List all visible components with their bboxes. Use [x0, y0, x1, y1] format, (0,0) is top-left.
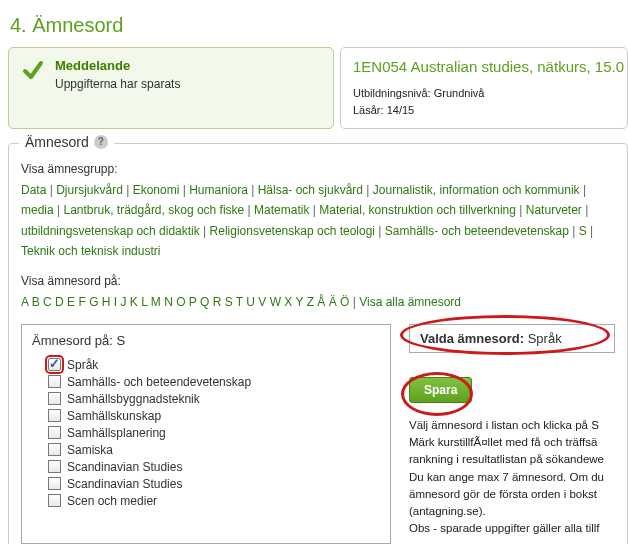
- instr-line: Välj ämnesord i listan och klicka på S: [409, 417, 615, 434]
- message-box: Meddelande Uppgifterna har sparats: [8, 47, 334, 129]
- separator: |: [587, 224, 593, 238]
- instr-line: rankning i resultatlistan på sökandewe: [409, 451, 615, 468]
- alpha-link[interactable]: Ö: [340, 295, 349, 309]
- alpha-link[interactable]: Z: [307, 295, 314, 309]
- group-link[interactable]: Teknik och teknisk industri: [21, 244, 160, 258]
- separator: |: [179, 183, 189, 197]
- list-item-label: Scen och medier: [67, 494, 157, 508]
- group-link[interactable]: Data: [21, 183, 46, 197]
- checkbox-icon[interactable]: [48, 494, 61, 507]
- alpha-link[interactable]: M: [151, 295, 161, 309]
- message-title: Meddelande: [55, 58, 180, 73]
- checkbox-icon[interactable]: [48, 460, 61, 473]
- group-link[interactable]: Samhälls- och beteendevetenskap: [385, 224, 569, 238]
- group-link[interactable]: Djursjukvård: [56, 183, 123, 197]
- group-link[interactable]: Religionsvetenskap och teologi: [210, 224, 375, 238]
- checkmark-icon: [21, 58, 45, 82]
- group-link[interactable]: Hälsa- och sjukvård: [258, 183, 363, 197]
- instr-line: (antagning.se).: [409, 503, 615, 520]
- checkbox-icon[interactable]: [48, 477, 61, 490]
- alpha-link[interactable]: F: [78, 295, 85, 309]
- group-link[interactable]: S: [579, 224, 587, 238]
- group-link[interactable]: media: [21, 203, 54, 217]
- group-link[interactable]: utbildningsvetenskap och didaktik: [21, 224, 200, 238]
- course-info-box: 1EN054 Australian studies, nätkurs, 15.0…: [340, 47, 628, 129]
- list-item[interactable]: Samhällskunskap: [48, 409, 382, 423]
- instructions-text: Välj ämnesord i listan och klicka på S M…: [409, 417, 615, 538]
- alpha-link[interactable]: C: [43, 295, 52, 309]
- list-item[interactable]: Samiska: [48, 443, 382, 457]
- instr-line: ämnesord gör de första orden i bokst: [409, 486, 615, 503]
- checkbox-icon[interactable]: [48, 358, 61, 371]
- group-link[interactable]: Ekonomi: [133, 183, 180, 197]
- separator: |: [123, 183, 133, 197]
- alpha-link[interactable]: T: [236, 295, 243, 309]
- separator: |: [375, 224, 385, 238]
- list-item[interactable]: Scen och medier: [48, 494, 382, 508]
- separator: |: [200, 224, 210, 238]
- group-link[interactable]: Lantbruk, trädgård, skog och fiske: [63, 203, 244, 217]
- checkbox-icon[interactable]: [48, 443, 61, 456]
- alpha-link[interactable]: S: [225, 295, 233, 309]
- alpha-link[interactable]: D: [55, 295, 64, 309]
- checkbox-icon[interactable]: [48, 375, 61, 388]
- alpha-label: Visa ämnesord på:: [21, 274, 615, 288]
- alpha-link[interactable]: E: [67, 295, 75, 309]
- separator: |: [582, 203, 588, 217]
- checkbox-icon[interactable]: [48, 392, 61, 405]
- instr-line: Obs - sparade uppgifter gäller alla till…: [409, 520, 615, 537]
- group-link[interactable]: Naturveter: [526, 203, 582, 217]
- alpha-link[interactable]: B: [32, 295, 40, 309]
- amnesord-listbox[interactable]: Ämnesord på: S SpråkSamhälls- och beteen…: [21, 324, 391, 544]
- list-item[interactable]: Scandinavian Studies: [48, 477, 382, 491]
- group-link[interactable]: Journalistik, information och kommunik: [373, 183, 580, 197]
- course-title: 1EN054 Australian studies, nätkurs, 15.0…: [353, 58, 615, 75]
- separator: |: [244, 203, 254, 217]
- instr-line: Märk kurstillfÃ¤llet med få och träffsä: [409, 434, 615, 451]
- separator: |: [248, 183, 258, 197]
- course-year-value: 14/15: [387, 104, 415, 116]
- list-item-label: Språk: [67, 358, 98, 372]
- list-item[interactable]: Samhällsbyggnadsteknik: [48, 392, 382, 406]
- group-link[interactable]: Material, konstruktion och tillverkning: [319, 203, 516, 217]
- group-label: Visa ämnesgrupp:: [21, 162, 615, 176]
- list-item[interactable]: Samhälls- och beteendevetenskap: [48, 375, 382, 389]
- alpha-link[interactable]: W: [270, 295, 281, 309]
- page-title: 4. Ämnesord: [0, 0, 628, 47]
- alpha-link[interactable]: J: [121, 295, 127, 309]
- list-item-label: Samhällskunskap: [67, 409, 161, 423]
- alpha-link[interactable]: Q: [200, 295, 209, 309]
- course-year-label: Läsår:: [353, 104, 384, 116]
- alpha-link[interactable]: K: [130, 295, 138, 309]
- alpha-link[interactable]: P: [189, 295, 197, 309]
- alpha-links: A B C D E F G H I J K L M N O P Q R S T …: [21, 292, 615, 312]
- list-item-label: Samhälls- och beteendevetenskap: [67, 375, 251, 389]
- list-item-label: Samiska: [67, 443, 113, 457]
- separator: |: [309, 203, 319, 217]
- separator: |: [580, 183, 586, 197]
- course-level-label: Utbildningsnivå:: [353, 87, 431, 99]
- list-item[interactable]: Samhällsplanering: [48, 426, 382, 440]
- list-item[interactable]: Språk: [48, 358, 382, 372]
- show-all-link[interactable]: Visa alla ämnesord: [359, 295, 461, 309]
- alpha-link[interactable]: O: [176, 295, 185, 309]
- list-item[interactable]: Scandinavian Studies: [48, 460, 382, 474]
- checkbox-icon[interactable]: [48, 409, 61, 422]
- separator: |: [569, 224, 579, 238]
- save-button[interactable]: Spara: [409, 377, 472, 403]
- instr-line: Du kan ange max 7 ämnesord. Om du: [409, 469, 615, 486]
- separator: |: [363, 183, 373, 197]
- help-icon[interactable]: ?: [94, 135, 108, 149]
- separator: |: [54, 203, 64, 217]
- checkbox-icon[interactable]: [48, 426, 61, 439]
- separator: |: [46, 183, 56, 197]
- legend-text: Ämnesord: [25, 134, 89, 150]
- alpha-link[interactable]: N: [164, 295, 173, 309]
- group-link[interactable]: Matematik: [254, 203, 309, 217]
- list-item-label: Scandinavian Studies: [67, 460, 182, 474]
- alpha-link[interactable]: Ä: [329, 295, 337, 309]
- group-link[interactable]: Humaniora: [189, 183, 248, 197]
- group-links: Data | Djursjukvård | Ekonomi | Humanior…: [21, 180, 615, 262]
- list-item-label: Samhällsbyggnadsteknik: [67, 392, 200, 406]
- alpha-link[interactable]: U: [246, 295, 255, 309]
